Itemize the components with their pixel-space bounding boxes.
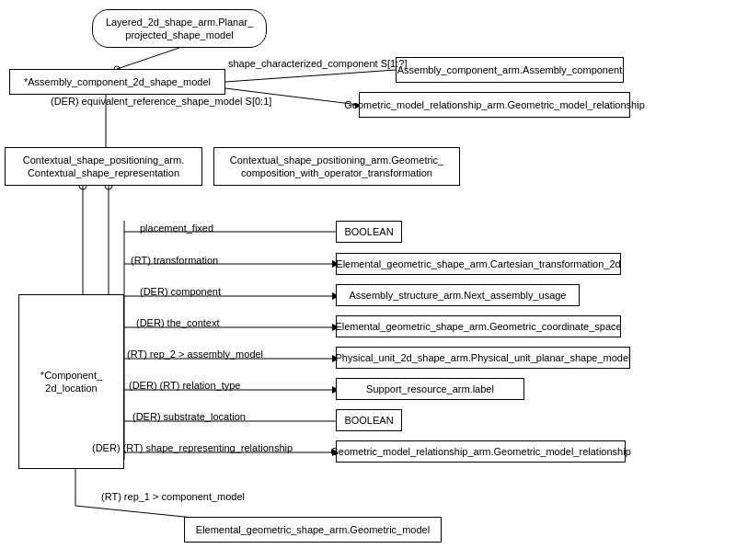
- node-geometric-model-relationship-top: Geometric_model_relationship_arm.Geometr…: [359, 92, 630, 118]
- label-substrate-location: (DER) substrate_location: [132, 411, 246, 422]
- node-support-resource-label: Support_resource_arm.label: [336, 378, 524, 400]
- label-transformation: (RT) transformation: [131, 255, 218, 266]
- node-boolean-substrate: BOOLEAN: [336, 409, 402, 431]
- node-next-assembly-usage: Assembly_structure_arm.Next_assembly_usa…: [336, 284, 580, 306]
- node-assembly-component: Assembly_component_arm.Assembly_componen…: [396, 57, 624, 83]
- node-assembly-component-2d-shape: *Assembly_component_2d_shape_model: [9, 69, 225, 95]
- node-physical-unit-planar: Physical_unit_2d_shape_arm.Physical_unit…: [336, 347, 630, 369]
- node-geometric-model-relationship-bottom: Geometric_model_relationship_arm.Geometr…: [336, 440, 626, 463]
- node-geometric-coordinate-space: Elemental_geometric_shape_arm.Geometric_…: [336, 315, 621, 337]
- diagram: Layered_2d_shape_arm.Planar_ projected_s…: [0, 0, 736, 560]
- node-cartesian-transformation: Elemental_geometric_shape_arm.Cartesian_…: [336, 253, 621, 275]
- node-elemental-geometric-model: Elemental_geometric_shape_arm.Geometric_…: [184, 517, 442, 543]
- node-contextual-shape-representation: Contextual_shape_positioning_arm. Contex…: [5, 147, 202, 186]
- label-shape-representing: (DER) (RT) shape_representing_relationsh…: [92, 442, 293, 453]
- label-placement-fixed: placement_fixed: [140, 223, 213, 234]
- label-equivalent-reference: (DER) equivalent_reference_shape_model S…: [51, 96, 271, 107]
- node-layered-2d-shape: Layered_2d_shape_arm.Planar_ projected_s…: [92, 9, 267, 48]
- label-the-context: (DER) the_context: [136, 317, 219, 328]
- svg-line-2: [225, 70, 396, 82]
- node-boolean-placement: BOOLEAN: [336, 221, 402, 243]
- label-shape-characterized: shape_characterized_component S[1:?]: [228, 58, 407, 69]
- node-contextual-shape-geometric: Contextual_shape_positioning_arm.Geometr…: [213, 147, 460, 186]
- label-component: (DER) component: [140, 286, 221, 297]
- label-rep2-assembly: (RT) rep_2 > assembly_model: [127, 349, 263, 360]
- label-relation-type: (DER) (RT) relation_type: [129, 380, 240, 391]
- label-rep1-component: (RT) rep_1 > component_model: [101, 491, 245, 502]
- svg-line-0: [117, 48, 179, 69]
